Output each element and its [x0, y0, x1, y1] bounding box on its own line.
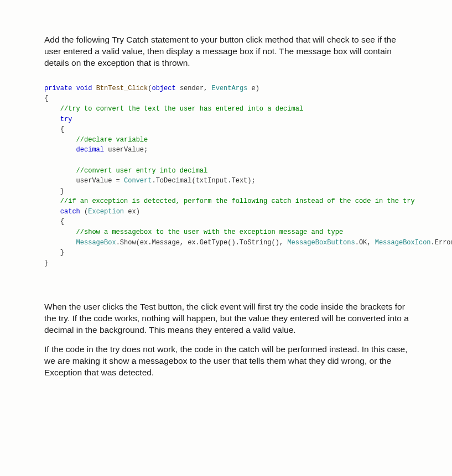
code-token: object	[152, 85, 175, 92]
code-token: EventArgs	[212, 85, 248, 92]
code-token: private	[44, 85, 72, 92]
code-token: {	[60, 125, 64, 133]
followup-paragraph-1: When the user clicks the Test button, th…	[44, 301, 413, 336]
code-comment: //try to convert the text the user has e…	[60, 105, 303, 113]
code-token: void	[76, 85, 92, 92]
code-token: try	[60, 116, 72, 123]
code-token: userValue;	[104, 146, 148, 154]
code-token: .ToDecimal(txtInput.Text);	[152, 177, 255, 185]
code-token: .OK,	[355, 239, 375, 247]
code-token: MessageBoxIcon	[375, 239, 431, 247]
code-token: BtnTest_Click	[96, 85, 148, 92]
code-token: catch	[60, 208, 80, 216]
code-token: {	[44, 95, 48, 102]
code-token: (	[80, 208, 88, 216]
code-token: MessageBox	[76, 239, 116, 247]
code-token: ex)	[124, 208, 140, 216]
code-token: Convert	[124, 177, 152, 185]
code-token: .Show(ex.Message, ex.GetType().ToString(…	[116, 239, 288, 247]
code-token: e)	[247, 85, 259, 92]
code-token: }	[44, 259, 48, 267]
code-comment: //convert user entry into decimal	[76, 167, 208, 175]
code-block: private void BtnTest_Click(object sender…	[44, 83, 413, 269]
code-comment: //declare variable	[76, 136, 148, 144]
intro-paragraph: Add the following Try Catch statement to…	[44, 34, 413, 69]
document-page: Add the following Try Catch statement to…	[0, 0, 452, 409]
code-token: decimal	[76, 146, 104, 154]
code-comment: //if an exception is detected, perform t…	[60, 197, 415, 205]
code-token: {	[60, 218, 64, 226]
code-token: Exception	[88, 208, 124, 216]
code-comment: //show a messagebox to the user with the…	[76, 228, 343, 236]
code-token: userValue =	[76, 177, 124, 185]
code-token: sender	[176, 85, 204, 92]
code-token: ,	[204, 85, 211, 92]
code-token: MessageBoxButtons	[287, 239, 355, 247]
followup-paragraph-2: If the code in the try does not work, th…	[44, 344, 413, 379]
code-token: }	[60, 249, 64, 257]
code-token: .Error);	[431, 239, 452, 247]
code-token: }	[60, 187, 64, 195]
